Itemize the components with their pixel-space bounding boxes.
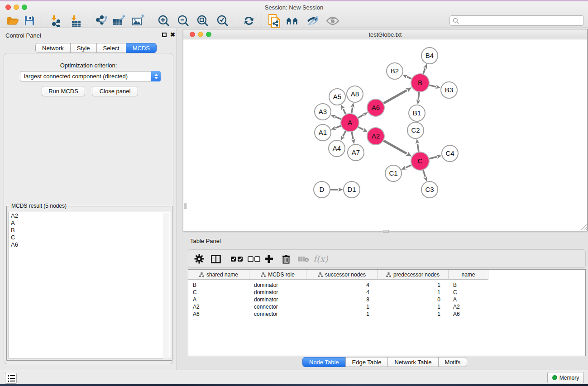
zoom-out-button[interactable] (177, 14, 190, 28)
table-cell[interactable]: A2 (449, 303, 488, 310)
table-cell[interactable]: B (188, 281, 249, 289)
tab-node-table[interactable]: Node Table (302, 357, 346, 367)
close-panel-button[interactable]: Close panel (92, 86, 138, 96)
graph-node[interactable]: A8 (347, 86, 363, 102)
memory-button[interactable]: Memory (547, 372, 584, 383)
table-cell[interactable]: A (449, 296, 488, 303)
graph-node[interactable]: A7 (348, 144, 364, 161)
table-cell[interactable]: A2 (188, 303, 249, 310)
graph-edge[interactable] (418, 92, 419, 100)
table-header-cell[interactable]: MCDS role (249, 270, 306, 280)
table-cell[interactable]: 1 (306, 310, 378, 318)
table-cell[interactable]: C (449, 289, 488, 296)
search-input[interactable] (459, 16, 583, 25)
deselect-all-button[interactable] (248, 252, 260, 266)
graph-node[interactable]: B2 (387, 63, 403, 79)
table-cell[interactable]: A6 (188, 310, 249, 318)
float-panel-icon[interactable] (162, 33, 167, 37)
table-cell[interactable]: C (188, 289, 249, 296)
table-cell[interactable]: dominator (249, 289, 306, 296)
new-network-from-selection-button[interactable] (268, 14, 282, 28)
table-cell[interactable]: 8 (306, 296, 378, 303)
graph-node[interactable]: A4 (329, 140, 345, 157)
graph-node[interactable]: C (411, 152, 429, 170)
table-header-cell[interactable]: predecessor nodes (378, 270, 449, 280)
window-resize-grip[interactable] (581, 224, 587, 230)
list-item[interactable]: B (9, 227, 170, 234)
table-cell[interactable]: dominator (249, 281, 306, 289)
table-cell[interactable]: 1 (378, 281, 449, 289)
show-all-button[interactable] (326, 14, 339, 28)
graph-edge[interactable] (417, 144, 419, 152)
optimization-criterion-dropdown[interactable]: largest connected component (directed) (20, 71, 161, 81)
graph-node[interactable]: B4 (421, 48, 438, 64)
table-row[interactable]: Cdominator41C (188, 289, 488, 296)
graph-edge[interactable] (383, 141, 406, 154)
first-neighbors-button[interactable] (286, 14, 299, 28)
network-canvas[interactable]: AA1A3A4A5A7A8A6A2BB1B2B3B4CC1C2C3C4DD1 (183, 39, 587, 231)
table-cell[interactable]: 1 (378, 303, 449, 310)
tab-mcds[interactable]: MCDS (126, 43, 157, 53)
list-item[interactable]: A2 (9, 212, 170, 219)
graph-node[interactable]: A1 (315, 124, 331, 141)
graph-node[interactable]: D1 (344, 181, 360, 198)
export-table-button[interactable] (112, 14, 126, 28)
graph-edge[interactable] (352, 132, 353, 139)
table-cell[interactable]: 1 (306, 303, 378, 310)
table-cell[interactable]: dominator (249, 296, 306, 303)
graph-edge[interactable] (423, 68, 425, 74)
canvas-vertical-scrollbar[interactable] (184, 203, 186, 209)
delete-table-button[interactable] (297, 252, 309, 266)
graph-node[interactable]: A5 (329, 89, 345, 105)
save-session-button[interactable] (23, 14, 36, 28)
import-network-button[interactable] (48, 14, 62, 28)
graph-node[interactable]: A (341, 114, 359, 132)
table-cell[interactable]: connector (249, 303, 306, 310)
graph-edge[interactable] (352, 108, 353, 114)
task-history-button[interactable] (5, 373, 17, 384)
graph-node[interactable]: B (411, 74, 429, 92)
graph-edge[interactable] (383, 91, 406, 104)
table-cell[interactable]: 1 (378, 289, 449, 296)
graph-node[interactable]: A2 (367, 128, 384, 145)
graph-node[interactable]: C3 (421, 181, 438, 198)
graph-node[interactable]: C1 (385, 165, 402, 181)
canvas-horizontal-scrollbar[interactable] (383, 230, 389, 233)
network-graph[interactable]: AA1A3A4A5A7A8A6A2BB1B2B3B4CC1C2C3C4DD1 (183, 39, 587, 231)
table-header-cell[interactable]: successor nodes (306, 270, 378, 280)
table-header-cell[interactable]: name (449, 270, 488, 280)
graph-node[interactable]: B3 (441, 82, 457, 98)
graph-edge[interactable] (429, 85, 436, 87)
run-mcds-button[interactable]: Run MCDS (42, 86, 85, 96)
table-cell[interactable]: 0 (378, 296, 449, 303)
import-table-button[interactable] (68, 14, 81, 28)
graph-edge[interactable] (423, 170, 425, 177)
graph-node[interactable]: A6 (367, 99, 384, 116)
graph-edge[interactable] (406, 165, 411, 168)
tab-style[interactable]: Style (70, 43, 97, 53)
graph-edge[interactable] (343, 109, 346, 114)
graph-edge[interactable] (407, 77, 411, 79)
close-panel-icon[interactable]: ✖ (170, 33, 175, 37)
export-image-button[interactable] (131, 14, 145, 28)
mcds-result-list[interactable]: A2ABCA6 (9, 212, 170, 358)
graph-edge[interactable] (343, 131, 346, 137)
zoom-in-button[interactable] (157, 14, 171, 28)
graph-node[interactable]: A3 (315, 104, 331, 120)
graph-node[interactable]: D (314, 181, 330, 198)
table-row[interactable]: A6connector11A6 (188, 310, 488, 318)
create-column-button[interactable] (264, 252, 273, 266)
list-item[interactable]: A (9, 219, 170, 227)
delete-columns-button[interactable] (282, 252, 290, 266)
search-field[interactable] (449, 15, 584, 26)
open-session-button[interactable] (6, 14, 19, 28)
table-header-cell[interactable]: shared name (188, 270, 249, 280)
select-all-button[interactable] (230, 252, 243, 266)
export-network-button[interactable] (94, 14, 108, 28)
graph-node[interactable]: B1 (409, 105, 425, 121)
tab-motifs[interactable]: Motifs (438, 357, 468, 367)
tab-edge-table[interactable]: Edge Table (345, 357, 388, 367)
table-row[interactable]: Bdominator41B (188, 281, 488, 289)
table-cell[interactable]: 4 (306, 289, 378, 296)
zoom-fit-button[interactable] (196, 14, 210, 28)
